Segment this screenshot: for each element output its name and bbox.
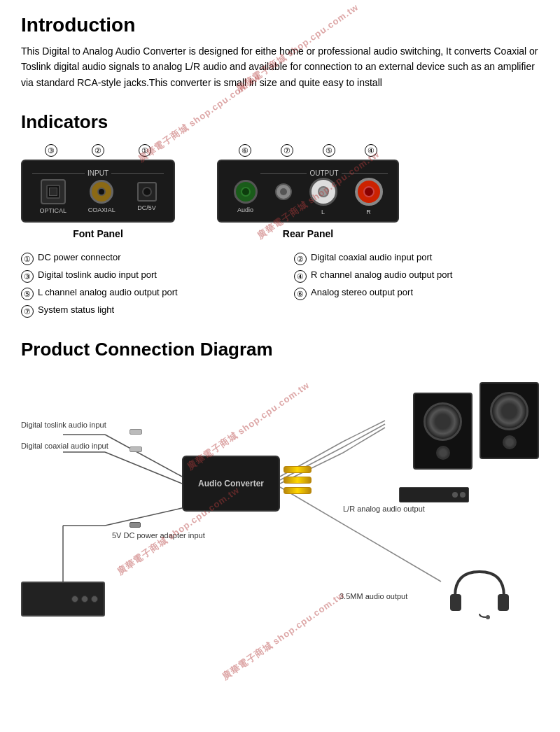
label-toslink: Digital toslink audio input	[21, 421, 106, 429]
svg-line-12	[343, 428, 385, 453]
svg-line-2	[105, 452, 182, 484]
legend-text-5: L channel analog audio output port	[38, 287, 178, 297]
front-panel-wrapper: ③ ② ① INPUT OPTICAL COAXIAL	[21, 144, 175, 239]
tweeter-left	[436, 446, 450, 460]
woofer-right	[490, 392, 528, 430]
rear-panel-wrapper: ⑥ ⑦ ⑤ ④ OUTPUT Audio	[217, 144, 399, 239]
legend-item-5: ⑤ L channel analog audio output port	[21, 287, 266, 300]
status-light	[275, 183, 292, 200]
woofer-left	[424, 402, 462, 441]
label-35mm: 3.5MM audio output	[340, 592, 407, 600]
legend-text-3: Digital toslink audio input port	[38, 269, 157, 280]
source-device	[21, 582, 105, 617]
introduction-body: This Digital to Analog Audio Converter i…	[21, 43, 539, 90]
dc-label: DC/5V	[137, 204, 156, 211]
headphone-icon	[444, 565, 514, 624]
legend-text-6: Analog stereo output port	[311, 287, 413, 297]
svg-rect-14	[450, 594, 461, 611]
legend-num-3: ③	[21, 270, 34, 283]
output-plugs	[284, 466, 312, 494]
indicators-section: Indicators ③ ② ① INPUT OPTICAL	[21, 111, 539, 318]
legend-item-1: ① DC power connector	[21, 252, 266, 265]
num-5: ⑤	[323, 144, 335, 157]
label-lr-output: L/R analog audio output	[343, 505, 425, 513]
legend-item-3: ③ Digital toslink audio input port	[21, 269, 266, 283]
diagram-area: Digital toslink audio input Digital coax…	[21, 372, 539, 638]
coaxial-port	[90, 180, 113, 204]
diagram-section: Product Connection Diagram	[21, 339, 539, 638]
l-label: L	[321, 209, 325, 216]
svg-line-0	[105, 435, 182, 477]
indicators-title: Indicators	[21, 111, 539, 133]
label-dc-input: 5V DC power adapter input	[112, 531, 205, 540]
converter-box: Audio Converter	[182, 456, 280, 512]
output-label: OUTPUT	[260, 169, 388, 177]
optical-port-group: OPTICAL	[39, 179, 66, 214]
coaxial-port-group: COAXIAL	[88, 180, 115, 213]
coaxial-inner	[97, 188, 106, 196]
optical-label: OPTICAL	[39, 207, 66, 214]
num-1: ①	[139, 144, 151, 157]
svg-line-11	[343, 424, 385, 447]
legend-text-4: R channel analog audio output port	[311, 269, 452, 280]
num-3: ③	[45, 144, 57, 157]
legend-grid: ① DC power connector ② Digital coaxial a…	[21, 252, 539, 318]
legend-text-2: Digital coaxial audio input port	[311, 252, 432, 262]
speaker-right	[479, 382, 539, 459]
dc-port	[137, 182, 157, 202]
audio-label: Audio	[237, 206, 253, 213]
front-panel-device: INPUT OPTICAL COAXIAL	[21, 160, 175, 223]
svg-point-16	[486, 615, 490, 619]
svg-line-4	[105, 508, 182, 526]
r-channel-group: R	[355, 178, 383, 216]
dc-inner	[142, 187, 152, 197]
svg-rect-15	[498, 594, 509, 611]
tweeter-right	[503, 435, 517, 449]
legend-item-4: ④ R channel analog audio output port	[294, 269, 539, 283]
dc-plug	[130, 522, 141, 528]
introduction-title: Introduction	[21, 14, 539, 36]
diagram-title: Product Connection Diagram	[21, 339, 539, 360]
l-channel-group: L	[309, 178, 337, 216]
introduction-section: Introduction This Digital to Analog Audi…	[21, 14, 539, 90]
rca-green-port	[234, 180, 258, 204]
rca-red-port	[355, 178, 383, 206]
legend-text-1: DC power connector	[38, 252, 121, 262]
coaxial-label: COAXIAL	[88, 206, 115, 213]
legend-item-6: ⑥ Analog stereo output port	[294, 287, 539, 300]
legend-num-1: ①	[21, 253, 34, 265]
rca-white-port	[309, 178, 337, 206]
front-panel-title: Font Panel	[73, 228, 123, 239]
legend-num-6: ⑥	[294, 288, 307, 300]
legend-num-2: ②	[294, 253, 307, 265]
rear-panel-numbers: ⑥ ⑦ ⑤ ④	[217, 144, 399, 157]
rear-panel-title: Rear Panel	[283, 228, 333, 239]
legend-text-7: System status light	[38, 304, 114, 315]
dc-port-group: DC/5V	[137, 182, 157, 211]
num-2: ②	[92, 144, 104, 157]
status-label	[282, 203, 284, 210]
label-coaxial: Digital coaxial audio input	[21, 442, 108, 450]
legend-num-4: ④	[294, 270, 307, 283]
status-light-group	[275, 183, 292, 210]
num-7: ⑦	[281, 144, 293, 157]
speaker-left	[413, 393, 472, 470]
rear-panel-device: OUTPUT Audio	[217, 160, 399, 223]
svg-line-10	[343, 421, 385, 442]
r-label: R	[366, 209, 371, 216]
num-6: ⑥	[239, 144, 251, 157]
num-4: ④	[365, 144, 377, 157]
input-label: INPUT	[32, 169, 164, 177]
legend-num-7: ⑦	[21, 305, 34, 318]
optical-port	[41, 179, 66, 204]
optical-inner	[46, 185, 60, 199]
front-panel-numbers: ③ ② ①	[21, 144, 175, 157]
converter-label: Audio Converter	[198, 479, 264, 488]
panels-container: ③ ② ① INPUT OPTICAL COAXIAL	[21, 144, 539, 239]
legend-item-2: ② Digital coaxial audio input port	[294, 252, 539, 265]
coaxial-plug	[130, 446, 142, 452]
receiver-strip	[399, 487, 469, 502]
analog-stereo-group: Audio	[234, 180, 258, 213]
toslink-plug	[130, 429, 142, 435]
legend-item-7: ⑦ System status light	[21, 304, 266, 318]
